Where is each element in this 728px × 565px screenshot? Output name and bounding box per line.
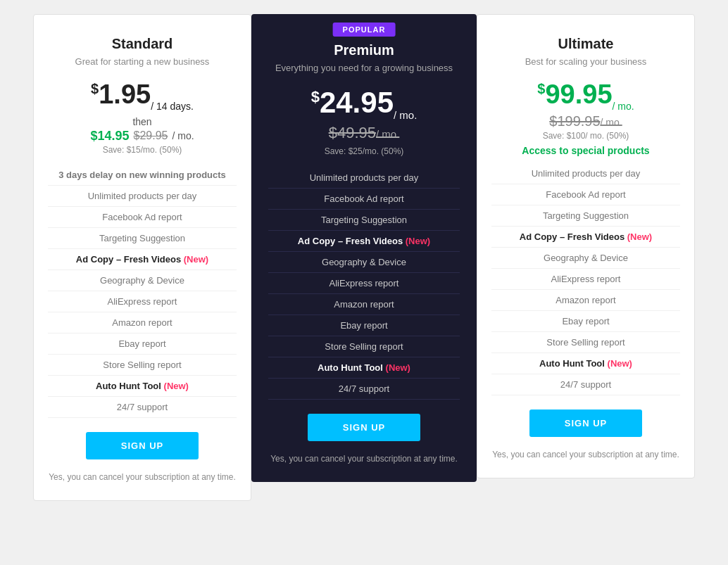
pricing-container: Standard Great for starting a new busine… <box>7 14 721 501</box>
feature-autohunt: Auto Hunt Tool (New) <box>48 376 237 397</box>
plan-premium-name: Premium <box>268 42 460 58</box>
feature-prem-unlimited: Unlimited products per day <box>268 167 460 189</box>
feature-ult-unlimited: Unlimited products per day <box>491 163 680 184</box>
plan-standard-cancel: Yes, you can cancel your subscription at… <box>48 471 237 483</box>
plan-standard-price-old: $29.95 <box>134 129 168 142</box>
new-badge-prem-adcopy: (New) <box>406 236 430 246</box>
feature-prem-aliexpress: AliExpress report <box>268 273 460 294</box>
plan-premium-price: $24.95/ mo. <box>268 86 460 121</box>
signup-premium-button[interactable]: SIGN UP <box>308 414 420 441</box>
plan-premium-cancel: Yes, you can cancel your subscription at… <box>268 452 460 465</box>
feature-adcopy: Ad Copy – Fresh Videos (New) <box>48 249 237 270</box>
feature-support: 24/7 support <box>48 397 237 418</box>
plan-standard-name: Standard <box>48 36 237 52</box>
feature-prem-support: 24/7 support <box>268 379 460 400</box>
plan-standard-save: Save: $15/mo. (50%) <box>48 145 237 155</box>
feature-prem-ebay: Ebay report <box>268 315 460 336</box>
plan-ultimate-name: Ultimate <box>491 36 680 52</box>
new-badge-hunt: (New) <box>164 381 189 391</box>
feature-targeting: Targeting Suggestion <box>48 228 237 249</box>
feature-amazon: Amazon report <box>48 312 237 334</box>
feature-prem-autohunt: Auto Hunt Tool (New) <box>268 357 460 379</box>
plan-ultimate-cancel: Yes, you can cancel your subscription at… <box>491 448 680 461</box>
feature-ult-aliexpress: AliExpress report <box>491 269 680 290</box>
feature-aliexpress: AliExpress report <box>48 291 237 312</box>
plan-premium-features: Unlimited products per day Facebook Ad r… <box>268 167 460 400</box>
plan-premium-old-price: $49.95/ mo. <box>268 124 460 142</box>
plan-ultimate-features: Unlimited products per day Facebook Ad r… <box>491 163 680 395</box>
plan-premium-save: Save: $25/mo. (50%) <box>268 146 460 156</box>
plan-ultimate-save: Save: $100/ mo. (50%) <box>491 131 680 141</box>
feature-ult-store: Store Selling report <box>491 332 680 353</box>
feature-prem-geo: Geography & Device <box>268 252 460 273</box>
new-badge-ult-hunt: (New) <box>608 358 632 369</box>
plan-ultimate-price: $99.95/ mo. <box>491 80 680 112</box>
plan-premium-subtitle: Everything you need for a growing busine… <box>268 63 460 73</box>
plan-standard-then-prices: $14.95 $29.95 / mo. <box>48 129 237 144</box>
feature-prem-store: Store Selling report <box>268 336 460 357</box>
plan-ultimate-old-price: $199.95/ mo. <box>491 113 680 129</box>
signup-standard-button[interactable]: SIGN UP <box>86 432 199 459</box>
feature-ult-autohunt: Auto Hunt Tool (New) <box>491 353 680 374</box>
feature-geo: Geography & Device <box>48 270 237 291</box>
feature-facebook: Facebook Ad report <box>48 207 237 228</box>
feature-ult-adcopy: Ad Copy – Fresh Videos (New) <box>491 227 680 248</box>
feature-ult-support: 24/7 support <box>491 374 680 395</box>
feature-ult-amazon: Amazon report <box>491 290 680 311</box>
new-badge-ult-adcopy: (New) <box>627 231 652 242</box>
plan-ultimate: Ultimate Best for scaling your business … <box>477 14 695 478</box>
signup-ultimate-button[interactable]: SIGN UP <box>529 410 642 437</box>
feature-ult-facebook: Facebook Ad report <box>491 184 680 205</box>
plan-standard-trial-price: $1.95/ 14 days. <box>48 80 237 112</box>
feature-prem-facebook: Facebook Ad report <box>268 189 460 210</box>
feature-store: Store Selling report <box>48 355 237 376</box>
plan-standard-price-current: $14.95 <box>90 129 129 144</box>
feature-ebay: Ebay report <box>48 334 237 355</box>
new-badge-prem-hunt: (New) <box>386 362 410 373</box>
plan-ultimate-special: Access to special products <box>491 145 680 156</box>
new-badge-adcopy: (New) <box>184 254 208 265</box>
feature-delay: 3 days delay on new winning products <box>48 165 237 186</box>
plan-standard-subtitle: Great for starting a new business <box>48 56 237 67</box>
popular-badge: POPULAR <box>333 23 396 37</box>
plan-standard-features: 3 days delay on new winning products Unl… <box>48 165 237 418</box>
feature-ult-ebay: Ebay report <box>491 311 680 332</box>
feature-ult-targeting: Targeting Suggestion <box>491 205 680 227</box>
feature-prem-targeting: Targeting Suggestion <box>268 210 460 231</box>
feature-prem-amazon: Amazon report <box>268 294 460 315</box>
feature-prem-adcopy: Ad Copy – Fresh Videos (New) <box>268 231 460 252</box>
feature-ult-geo: Geography & Device <box>491 248 680 269</box>
plan-ultimate-subtitle: Best for scaling your business <box>491 56 680 67</box>
feature-unlimited: Unlimited products per day <box>48 186 237 207</box>
plan-standard: Standard Great for starting a new busine… <box>33 14 251 501</box>
plan-premium: POPULAR Premium Everything you need for … <box>251 14 477 482</box>
plan-standard-price-period: / mo. <box>172 130 194 141</box>
plan-standard-then: then <box>48 116 237 127</box>
